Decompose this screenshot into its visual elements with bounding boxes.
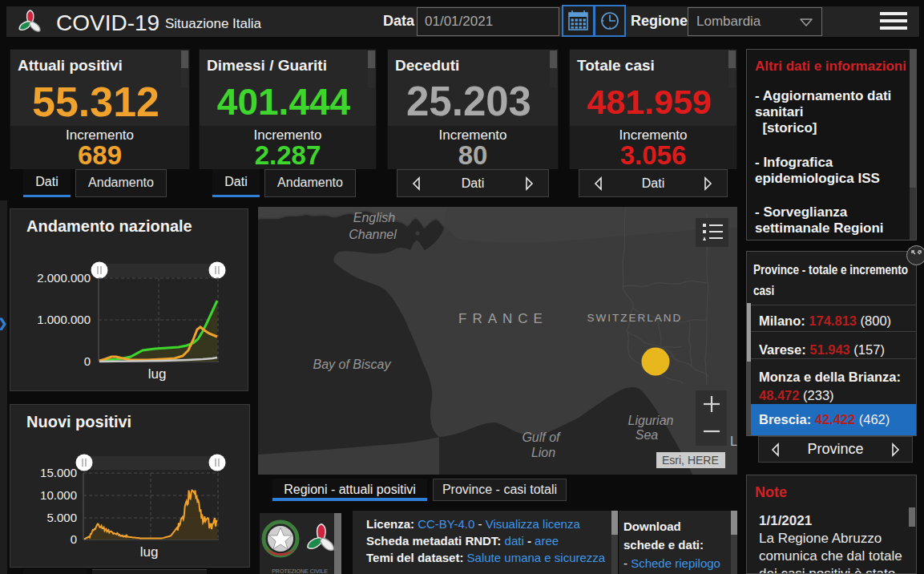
- svg-text:English: English: [353, 211, 396, 224]
- svg-text:1.000.000: 1.000.000: [37, 313, 91, 326]
- svg-text:Esri, HERE: Esri, HERE: [662, 454, 719, 467]
- svg-text:PROTEZIONE CIVILE: PROTEZIONE CIVILE: [272, 568, 328, 574]
- svg-text:0: 0: [71, 532, 77, 546]
- svg-text:lug: lug: [148, 366, 167, 382]
- svg-text:SWITZERLAND: SWITZERLAND: [587, 312, 683, 324]
- svg-text:15.000: 15.000: [40, 466, 77, 479]
- svg-text:0: 0: [84, 354, 91, 368]
- svg-text:lug: lug: [140, 544, 159, 560]
- svg-text:Ligurian: Ligurian: [628, 414, 674, 427]
- svg-text:FRANCE: FRANCE: [458, 311, 548, 326]
- svg-text:5.000: 5.000: [46, 511, 77, 524]
- svg-text:Channel: Channel: [349, 228, 397, 241]
- svg-text:10.000: 10.000: [40, 488, 77, 502]
- svg-text:Sea: Sea: [636, 428, 659, 442]
- svg-text:Lion: Lion: [531, 446, 555, 459]
- svg-text:2.000.000: 2.000.000: [37, 271, 91, 285]
- svg-text:Gulf of: Gulf of: [522, 430, 561, 444]
- svg-text:L: L: [730, 435, 737, 448]
- svg-text:Bay of Biscay: Bay of Biscay: [313, 358, 392, 371]
